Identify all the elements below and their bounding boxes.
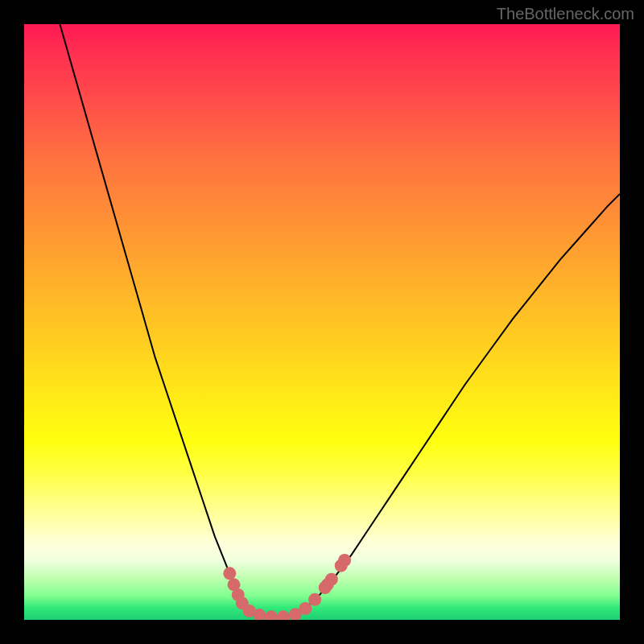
bottleneck-curve [60, 24, 620, 617]
marker-dot [277, 610, 290, 620]
marker-dot [338, 554, 351, 567]
chart-plot-area [24, 24, 620, 620]
curve-markers [223, 554, 351, 620]
marker-dot [223, 567, 236, 580]
marker-dot [299, 602, 312, 615]
marker-dot [265, 610, 278, 620]
curve-svg [24, 24, 620, 620]
marker-dot [325, 573, 338, 586]
watermark-text: TheBottleneck.com [497, 5, 634, 23]
marker-dot [308, 593, 321, 606]
